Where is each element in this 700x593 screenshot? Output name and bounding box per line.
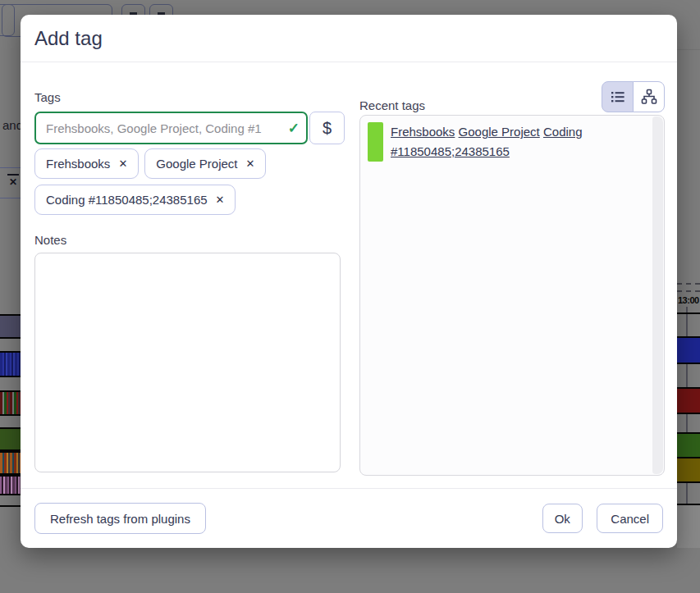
- check-icon: ✓: [288, 120, 300, 137]
- recent-tag-item: Frehsbooks Google Project Coding #118504…: [360, 116, 664, 168]
- tags-input-value: Frehsbooks, Google Project, Coding #1: [46, 121, 286, 135]
- timeline-band: [677, 387, 700, 414]
- list-icon: [611, 89, 625, 104]
- timeline-dashed-line: [677, 283, 700, 285]
- tag-chip[interactable]: Coding #11850485;24385165 ✕: [34, 185, 236, 215]
- view-toggle-group: [602, 81, 665, 112]
- x-icon[interactable]: ✕: [118, 157, 127, 170]
- timeline-band: [677, 457, 700, 483]
- x-bar-icon: ✕: [7, 174, 19, 188]
- dialog-header: Add tag: [21, 15, 677, 62]
- tag-chip-list: Frehsbooks ✕ Google Project ✕ Coding #11…: [34, 148, 297, 215]
- add-tag-dialog: Add tag Tags Frehsbooks, Google Project,…: [21, 15, 677, 548]
- timeline-band: [0, 427, 21, 451]
- tag-chip[interactable]: Google Project ✕: [144, 148, 266, 179]
- timeline-separator: [677, 312, 700, 314]
- timeline-band: [677, 432, 700, 458]
- timeline-band: [677, 336, 700, 364]
- tags-label: Tags: [34, 90, 345, 105]
- timeline-footer-strip: [677, 505, 700, 548]
- dialog-footer: Refresh tags from plugins Ok Cancel: [21, 488, 677, 548]
- notes-textarea[interactable]: [34, 253, 341, 472]
- recent-tag-link[interactable]: Frehsbooks: [391, 125, 455, 139]
- timeline-time-label: 13:00: [678, 295, 700, 305]
- dollar-icon[interactable]: $: [309, 112, 345, 144]
- timeline-band: [0, 451, 21, 475]
- timeline-separator: [0, 505, 21, 507]
- background-box: [0, 4, 15, 36]
- tag-chip-label: Google Project: [156, 157, 237, 171]
- timeline-dashed-line: [677, 290, 700, 292]
- refresh-tags-button[interactable]: Refresh tags from plugins: [34, 503, 206, 534]
- cancel-button[interactable]: Cancel: [597, 504, 663, 533]
- timeline-band: [0, 351, 21, 377]
- scrollbar[interactable]: [652, 116, 663, 474]
- notes-label: Notes: [34, 233, 345, 248]
- tree-view-button[interactable]: [633, 81, 665, 112]
- recent-tag-link[interactable]: Google Project: [459, 125, 540, 139]
- timeline-band: [0, 475, 21, 495]
- tag-chip-label: Frehsbooks: [46, 157, 110, 171]
- tag-chip[interactable]: Frehsbooks ✕: [34, 148, 139, 179]
- tag-chip-label: Coding #11850485;24385165: [46, 193, 208, 207]
- dialog-title: Add tag: [34, 27, 663, 50]
- tag-color-swatch: [368, 122, 383, 162]
- sitemap-icon: [641, 89, 657, 105]
- ok-button[interactable]: Ok: [542, 504, 583, 533]
- x-icon[interactable]: ✕: [216, 194, 225, 206]
- recent-tags-label: Recent tags: [359, 89, 602, 104]
- recent-tags-panel: Frehsbooks Google Project Coding #118504…: [359, 115, 665, 476]
- list-view-button[interactable]: [602, 81, 634, 112]
- timeline-band: [0, 314, 21, 339]
- x-icon[interactable]: ✕: [246, 157, 255, 170]
- recent-tag-links: Frehsbooks Google Project Coding #118504…: [391, 122, 644, 162]
- timeline-band: [0, 390, 21, 416]
- tags-input[interactable]: Frehsbooks, Google Project, Coding #1 ✓: [34, 112, 308, 144]
- timeline-grid-line: [677, 49, 700, 50]
